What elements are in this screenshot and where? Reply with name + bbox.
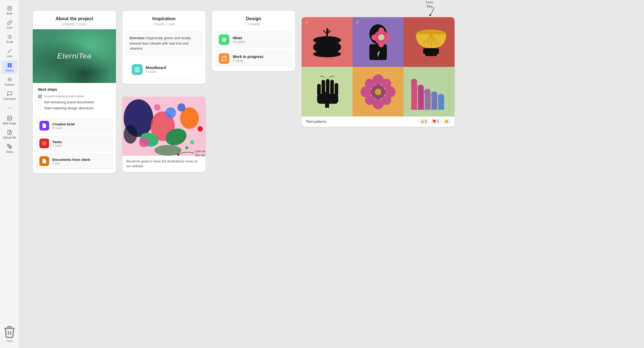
creative-brief-info: Creative brief 0 cards	[52, 122, 75, 129]
inspiration-image-card: Would be great to have the illustrations…	[122, 97, 206, 172]
caption-text: Would be great to have the illustrations…	[126, 160, 198, 168]
svg-point-57	[378, 27, 384, 33]
svg-point-42	[197, 126, 203, 132]
tasks-icon	[39, 139, 49, 148]
documents-icon	[39, 156, 49, 166]
wip-info: Work in progress 6 cards	[233, 55, 264, 63]
sidebar-upload-label: Upload file	[3, 136, 16, 139]
svg-point-16	[9, 108, 10, 108]
checkmark-2: ✓	[355, 19, 360, 26]
sidebar-draw-label: Draw	[6, 150, 13, 153]
love-annotation: Love This	[426, 0, 433, 9]
sidebar-link-label: Link	[7, 26, 12, 29]
sub-cards-section: Creative brief 0 cards Tasks 4 cards	[33, 116, 116, 173]
tile-5-svg	[358, 72, 398, 112]
brand-name: EterniTea	[57, 52, 92, 60]
design-card: Design 2 boards Ideas 14 cards	[212, 11, 295, 71]
column-icon	[7, 77, 12, 82]
tasks-subtitle: 4 cards	[52, 144, 62, 147]
ideas-item[interactable]: Ideas 14 cards	[215, 31, 292, 48]
about-card-header: About the project 3 boards, 2 cards	[33, 11, 116, 29]
svg-rect-92	[431, 96, 437, 110]
moodboard-card[interactable]: Moodboard 6 cards	[128, 61, 200, 78]
svg-rect-71	[436, 48, 439, 54]
checklist-item-1[interactable]: Get remaining brand documents	[38, 100, 111, 104]
checkbox-2[interactable]	[38, 106, 42, 110]
checklist-item-0[interactable]: Kickoff meeting with client	[38, 94, 111, 98]
svg-rect-28	[135, 70, 137, 71]
brand-name-insp: Eternitea	[130, 36, 145, 40]
about-title: About the project	[37, 16, 112, 21]
draw-icon	[7, 144, 12, 149]
love-arrow	[429, 7, 439, 17]
tile-2: ✓	[353, 17, 404, 67]
checklist-text-0: Kickoff meeting with client	[44, 94, 84, 98]
sidebar-item-add-image[interactable]: Add image	[2, 113, 17, 127]
trash-icon	[3, 325, 16, 339]
sidebar-trash-label: Trash	[6, 339, 13, 343]
svg-rect-69	[423, 48, 426, 54]
documents-card[interactable]: Documents from client 3 files	[36, 153, 113, 169]
heart-count: 1	[437, 119, 439, 123]
svg-point-21	[9, 146, 10, 147]
checklist-item-2[interactable]: Start exploring design directions	[38, 106, 111, 110]
design-subtitle: 2 boards	[216, 22, 291, 26]
tile-3	[404, 17, 455, 67]
tile-1-svg	[307, 22, 347, 62]
svg-rect-27	[138, 70, 139, 71]
tiled-column: Love This	[302, 11, 455, 127]
svg-point-58	[378, 42, 384, 47]
svg-rect-74	[321, 80, 325, 96]
insp-image-caption: Would be great to have the illustrations…	[122, 156, 206, 172]
svg-point-49	[313, 51, 341, 57]
tiled-footer: Tiled patterns 👍 1 ❤️ 1 😊	[302, 117, 455, 127]
heart-icon: ❤️	[432, 119, 436, 123]
ideas-info: Ideas 14 cards	[233, 36, 245, 44]
checkbox-0[interactable]	[38, 95, 42, 98]
svg-point-19	[8, 117, 9, 118]
sidebar-item-todo[interactable]: To-do	[2, 32, 17, 46]
reaction-smile[interactable]: 😊	[442, 119, 451, 124]
reaction-heart[interactable]: ❤️ 1	[430, 119, 441, 124]
moodboard-info: Moodboard 6 cards	[146, 66, 166, 74]
canvas: About the project 3 boards, 2 cards Eter…	[19, 0, 644, 348]
sidebar-item-more[interactable]	[2, 103, 17, 113]
canvas-inner: About the project 3 boards, 2 cards Eter…	[33, 11, 631, 173]
sidebar-item-column[interactable]: Column	[2, 75, 17, 88]
svg-rect-76	[330, 80, 334, 95]
tile-6-svg	[409, 72, 449, 112]
reaction-thumbs-up[interactable]: 👍 1	[418, 119, 429, 124]
svg-point-15	[8, 108, 8, 108]
wip-item[interactable]: Work in progress 6 cards	[215, 50, 292, 67]
floral-svg	[122, 97, 206, 156]
more-icon	[7, 105, 12, 111]
sidebar-item-comment[interactable]: Comment	[2, 89, 17, 103]
inspiration-image	[122, 97, 206, 156]
svg-point-61	[378, 34, 385, 41]
svg-point-37	[154, 104, 160, 111]
sidebar-item-board[interactable]: Board	[2, 60, 17, 74]
sidebar-item-line[interactable]: Line	[2, 46, 17, 60]
creative-brief-card[interactable]: Creative brief 0 cards	[36, 118, 113, 133]
tasks-card[interactable]: Tasks 4 cards	[36, 136, 113, 151]
moodboard-title: Moodboard	[146, 66, 166, 70]
sidebar-item-draw[interactable]: Draw	[2, 142, 17, 155]
svg-rect-75	[326, 79, 330, 95]
sidebar-item-upload[interactable]: Upload file	[2, 128, 17, 141]
next-steps-section: Next steps Kickoff meeting with client G…	[33, 83, 116, 116]
sidebar-comment-label: Comment	[3, 97, 16, 100]
svg-rect-91	[425, 94, 431, 110]
link-icon	[7, 20, 12, 25]
sidebar-item-note[interactable]: Note	[2, 3, 17, 17]
svg-rect-8	[8, 63, 9, 65]
tiled-grid: ✓	[302, 17, 455, 117]
checkbox-1[interactable]	[38, 100, 42, 104]
tasks-title: Tasks	[52, 140, 62, 144]
sidebar-item-link[interactable]: Link	[2, 18, 17, 31]
reactions: 👍 1 ❤️ 1 😊	[418, 119, 451, 124]
tile-1: ✓	[302, 17, 353, 67]
svg-point-95	[418, 85, 424, 91]
checklist-text-2: Start exploring design directions	[44, 106, 94, 110]
sidebar-item-trash[interactable]: Trash	[2, 323, 17, 345]
wip-title: Work in progress	[233, 55, 264, 59]
